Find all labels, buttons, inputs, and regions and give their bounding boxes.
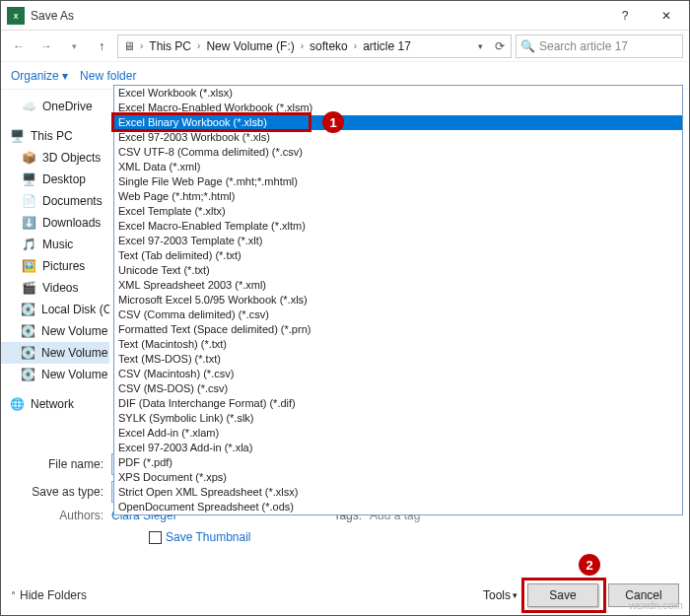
filetype-option[interactable]: Excel Macro-Enabled Template (*.xltm) <box>114 219 682 234</box>
dl-icon: ⬇️ <box>21 215 36 231</box>
filetype-option[interactable]: OpenDocument Spreadsheet (*.ods) <box>114 500 682 514</box>
new-folder-button[interactable]: New folder <box>80 69 136 83</box>
watermark: wsxdn.com <box>629 599 683 611</box>
pc-icon: 🖥️ <box>9 128 25 144</box>
chevron-right-icon: › <box>140 40 143 51</box>
sidebar-item-new-volume-d-[interactable]: 💽New Volume (D:) <box>1 320 109 342</box>
callout-1: 1 <box>322 111 344 133</box>
back-button[interactable]: ← <box>7 34 31 58</box>
forward-button[interactable]: → <box>34 34 58 58</box>
filetype-dropdown[interactable]: Excel Workbook (*.xlsx)Excel Macro-Enabl… <box>113 85 683 515</box>
highlight-2 <box>521 578 606 613</box>
filetype-option[interactable]: CSV UTF-8 (Comma delimited) (*.csv) <box>114 145 682 160</box>
filetype-option[interactable]: Text (MS-DOS) (*.txt) <box>114 352 682 367</box>
breadcrumb[interactable]: 🖥 › This PC › New Volume (F:) › softeko … <box>117 34 512 58</box>
filetype-option[interactable]: Web Page (*.htm;*.html) <box>114 189 682 204</box>
filetype-option[interactable]: Excel 97-2003 Workbook (*.xls) <box>114 130 682 145</box>
callout-2: 2 <box>579 554 600 576</box>
sidebar-item-new-volume-f-[interactable]: 💽New Volume (F:) <box>1 364 109 385</box>
search-placeholder: Search article 17 <box>539 39 628 53</box>
breadcrumb-seg[interactable]: softeko <box>306 39 352 53</box>
filetype-option[interactable]: Strict Open XML Spreadsheet (*.xlsx) <box>114 485 682 500</box>
pc-icon: 🖥 <box>120 39 138 53</box>
disk-icon: 💽 <box>21 323 35 339</box>
filetype-option[interactable]: Excel 97-2003 Add-in (*.xla) <box>114 441 682 455</box>
filetype-option[interactable]: SYLK (Symbolic Link) (*.slk) <box>114 411 682 426</box>
filetype-option[interactable]: Unicode Text (*.txt) <box>114 263 682 278</box>
breadcrumb-seg[interactable]: This PC <box>145 39 195 53</box>
filetype-option[interactable]: Excel Add-in (*.xlam) <box>114 426 682 441</box>
recent-chevron[interactable]: ▾ <box>62 34 86 58</box>
mus-icon: 🎵 <box>21 237 36 252</box>
sidebar-item-local-disk-c-[interactable]: 💽Local Disk (C:) <box>1 299 109 320</box>
sidebar-item-this-pc[interactable]: 🖥️This PC <box>1 125 109 147</box>
sidebar-item-3d-objects[interactable]: 📦3D Objects <box>1 147 109 169</box>
filetype-option[interactable]: Excel Template (*.xltx) <box>114 204 682 219</box>
breadcrumb-dropdown[interactable]: ▾ <box>471 41 489 51</box>
close-button[interactable]: ✕ <box>646 2 687 30</box>
sidebar-label: Desktop <box>42 172 86 186</box>
sidebar-label: Documents <box>42 194 103 208</box>
sidebar-label: Local Disk (C:) <box>41 303 109 316</box>
filetype-option[interactable]: Text (Tab delimited) (*.txt) <box>114 248 682 263</box>
cloud-icon: ☁️ <box>21 99 36 114</box>
filetype-option[interactable]: CSV (Macintosh) (*.csv) <box>114 367 682 381</box>
sidebar-item-music[interactable]: 🎵Music <box>1 234 109 255</box>
filename-label: File name: <box>13 457 111 471</box>
filetype-option[interactable]: Text (Macintosh) (*.txt) <box>114 337 682 352</box>
sidebar-item-network[interactable]: 🌐Network <box>1 393 109 415</box>
sidebar-label: 3D Objects <box>42 151 101 165</box>
sidebar-item-new-volume-e-[interactable]: 💽New Volume (E:) <box>1 342 109 364</box>
tools-button[interactable]: Tools ▾ <box>483 588 518 602</box>
sidebar-label: New Volume (D:) <box>41 324 109 338</box>
sidebar-label: Network <box>31 397 74 411</box>
sidebar-item-onedrive[interactable]: ☁️OneDrive <box>1 96 109 117</box>
organize-button[interactable]: Organize ▾ <box>11 69 68 83</box>
net-icon: 🌐 <box>9 396 25 412</box>
search-icon: 🔍 <box>520 39 535 53</box>
chevron-up-icon: ˄ <box>11 590 16 601</box>
disk-icon: 💽 <box>21 345 35 361</box>
sidebar-item-downloads[interactable]: ⬇️Downloads <box>1 212 109 234</box>
vid-icon: 🎬 <box>21 280 36 296</box>
save-thumbnail-checkbox[interactable]: Save Thumbnail <box>149 530 677 544</box>
window-title: Save As <box>31 9 604 23</box>
highlight-1 <box>111 112 311 132</box>
filetype-option[interactable]: Formatted Text (Space delimited) (*.prn) <box>114 322 682 337</box>
sidebar-item-pictures[interactable]: 🖼️Pictures <box>1 255 109 277</box>
filetype-option[interactable]: XML Data (*.xml) <box>114 160 682 174</box>
breadcrumb-seg[interactable]: New Volume (F:) <box>202 39 298 53</box>
filetype-option[interactable]: Microsoft Excel 5.0/95 Workbook (*.xls) <box>114 293 682 308</box>
saveastype-label: Save as type: <box>13 485 111 499</box>
filetype-option[interactable]: PDF (*.pdf) <box>114 455 682 470</box>
refresh-button[interactable]: ⟳ <box>491 39 509 53</box>
desk-icon: 🖥️ <box>21 171 36 187</box>
sidebar-item-desktop[interactable]: 🖥️Desktop <box>1 169 109 190</box>
doc-icon: 📄 <box>21 193 36 209</box>
sidebar-item-documents[interactable]: 📄Documents <box>1 190 109 212</box>
excel-icon: X <box>7 7 25 25</box>
sidebar-item-videos[interactable]: 🎬Videos <box>1 277 109 299</box>
filetype-option[interactable]: DIF (Data Interchange Format) (*.dif) <box>114 396 682 411</box>
filetype-option[interactable]: Single File Web Page (*.mht;*.mhtml) <box>114 174 682 189</box>
filetype-option[interactable]: CSV (Comma delimited) (*.csv) <box>114 308 682 322</box>
hide-folders-button[interactable]: ˄ Hide Folders <box>11 588 87 602</box>
sidebar-label: New Volume (F:) <box>41 368 109 381</box>
filetype-option[interactable]: Excel 97-2003 Template (*.xlt) <box>114 234 682 248</box>
filetype-option[interactable]: XML Spreadsheet 2003 (*.xml) <box>114 278 682 293</box>
filetype-option[interactable]: CSV (MS-DOS) (*.csv) <box>114 381 682 396</box>
disk-icon: 💽 <box>21 367 35 382</box>
authors-label: Authors: <box>13 509 111 522</box>
checkbox-icon[interactable] <box>149 531 162 544</box>
filetype-option[interactable]: Excel Workbook (*.xlsx) <box>114 86 682 101</box>
pic-icon: 🖼️ <box>21 258 36 274</box>
search-input[interactable]: 🔍 Search article 17 <box>516 34 683 58</box>
filetype-option[interactable]: XPS Document (*.xps) <box>114 470 682 485</box>
sidebar-label: OneDrive <box>42 100 93 113</box>
up-button[interactable]: ↑ <box>90 34 113 58</box>
help-button[interactable]: ? <box>604 2 646 30</box>
breadcrumb-seg[interactable]: article 17 <box>359 39 415 53</box>
sidebar-label: This PC <box>31 129 73 143</box>
sidebar-label: New Volume (E:) <box>41 346 109 360</box>
3d-icon: 📦 <box>21 150 36 166</box>
